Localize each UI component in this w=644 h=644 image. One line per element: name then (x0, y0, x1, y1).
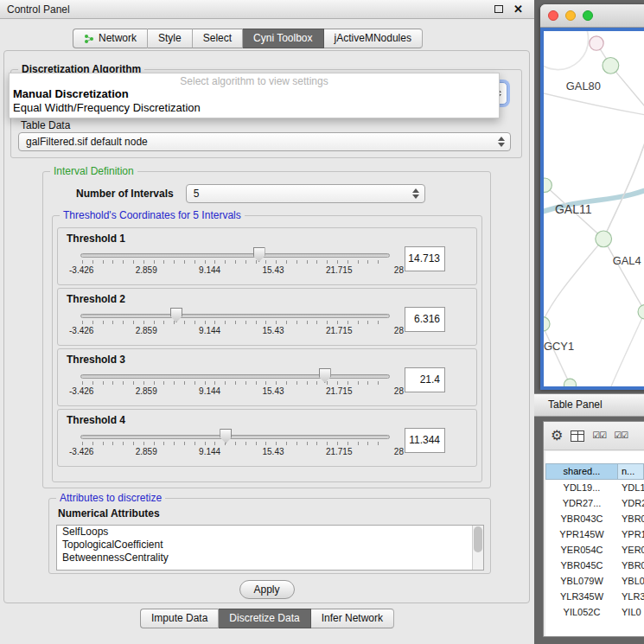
number-of-intervals-select[interactable]: 5 (186, 184, 425, 203)
column-header-name[interactable]: n... (618, 463, 644, 480)
gear-icon[interactable]: ⚙ (551, 429, 563, 443)
scale-label: 2.859 (136, 447, 157, 456)
threshold-3-box: Threshold 3 -3.426 2.859 9.144 1 (57, 348, 477, 406)
slider-ticks (82, 381, 388, 385)
scale-label: 9.144 (199, 386, 220, 396)
table-row[interactable]: YIL052C YIL0 (545, 604, 644, 620)
threshold-1-value-field[interactable]: 14.713 (405, 246, 445, 271)
close-traffic-light-icon[interactable] (548, 10, 558, 21)
tab-label: Discretize Data (229, 609, 299, 628)
table-cell[interactable]: YDR2 (618, 495, 644, 511)
tab-style[interactable]: Style (148, 29, 193, 48)
threshold-1-slider[interactable]: -3.426 2.859 9.144 15.43 21.715 28 (80, 246, 390, 277)
slider-track[interactable] (80, 435, 390, 439)
popup-item-manual-discretization[interactable]: Manual Discretization (10, 87, 499, 101)
network-node[interactable] (590, 36, 603, 50)
table-cell[interactable]: YIL052C (545, 604, 618, 620)
table-cell[interactable]: YDL1 (618, 480, 644, 495)
table-cell[interactable]: YER0 (618, 542, 644, 558)
numerical-attributes-list[interactable]: SelfLoops TopologicalCoefficient Between… (56, 525, 484, 571)
list-scrollbar[interactable] (472, 526, 483, 570)
table-panel-header[interactable]: Table Panel (534, 393, 644, 417)
network-node[interactable] (596, 231, 612, 247)
table-row[interactable]: YDR27... YDR2 (545, 495, 644, 511)
table-data-label: Table Data (21, 119, 70, 131)
tab-discretize-data[interactable]: Discretize Data (219, 609, 310, 628)
table-row[interactable]: YBR045C YBR0 (545, 558, 644, 573)
network-node[interactable] (564, 379, 576, 386)
close-icon[interactable]: ✕ (513, 3, 523, 16)
network-canvas[interactable]: GAL80 GA GAL11 GAL4 GCY1 H HAP2 (544, 31, 644, 386)
table-data-value: galFiltered.sif default node (26, 133, 148, 150)
table-row[interactable]: YDL19... YDL1 (545, 480, 644, 495)
tab-select[interactable]: Select (193, 29, 243, 48)
zoom-traffic-light-icon[interactable] (583, 10, 593, 21)
network-node[interactable] (638, 305, 644, 319)
table-data-select[interactable]: galFiltered.sif default node (18, 132, 511, 151)
list-item[interactable]: TopologicalCoefficient (57, 539, 483, 552)
table-row[interactable]: YER054C YER0 (545, 542, 644, 558)
control-panel-titlebar[interactable]: Control Panel ✕ (0, 0, 534, 19)
tab-cyni-toolbox[interactable]: Cyni Toolbox (243, 29, 323, 48)
tab-network[interactable]: Network (73, 29, 148, 48)
list-item[interactable]: BetweennessCentrality (57, 552, 483, 564)
threshold-4-slider[interactable]: -3.426 2.859 9.144 15.43 21.715 28 (80, 428, 390, 459)
scale-label: 28 (394, 447, 404, 456)
tab-jactivemnodules[interactable]: jActiveMNodules (324, 29, 423, 48)
select-all-icon[interactable]: ☑☑ (614, 431, 628, 440)
tab-impute-data[interactable]: Impute Data (140, 609, 219, 628)
table-cell[interactable]: YPR145W (545, 526, 618, 542)
table-panel-title: Table Panel (548, 399, 603, 411)
table-row[interactable]: YBR043C YBR0 (545, 511, 644, 526)
table-cell[interactable]: YLR345W (545, 589, 618, 604)
table-cell[interactable]: YIL0 (618, 604, 644, 620)
slider-track[interactable] (80, 253, 390, 258)
table-cell[interactable]: YBR045C (545, 558, 618, 573)
table-cell[interactable]: YLR3 (618, 589, 644, 604)
table-cell[interactable]: YDR27... (545, 495, 618, 511)
minimize-traffic-light-icon[interactable] (565, 10, 576, 21)
column-header-shared-name[interactable]: shared... (545, 463, 618, 480)
network-node[interactable] (544, 317, 550, 331)
threshold-3-value-field[interactable]: 21.4 (405, 367, 445, 392)
scale-label: 15.43 (263, 447, 284, 456)
threshold-2-slider[interactable]: -3.426 2.859 9.144 15.43 21.715 28 (80, 307, 390, 338)
scale-label: 15.43 (263, 386, 284, 396)
table-cell[interactable]: YPR1 (618, 526, 644, 542)
table-cell[interactable]: YBR0 (618, 558, 644, 573)
table-cell[interactable]: YBR0 (618, 511, 644, 526)
threshold-2-value-field[interactable]: 6.316 (405, 307, 445, 332)
float-window-icon[interactable] (494, 5, 503, 13)
slider-track[interactable] (80, 314, 390, 318)
scale-label: 9.144 (199, 447, 220, 456)
combo-stepper-icon (497, 137, 505, 147)
network-window-titlebar[interactable] (540, 4, 644, 28)
select-columns-icon[interactable]: ☑☑ (592, 431, 606, 440)
table-cell[interactable]: YBL079W (545, 573, 618, 589)
list-scrollbar-thumb[interactable] (474, 526, 482, 552)
table-cell[interactable]: YDL19... (545, 480, 618, 495)
table-row[interactable]: YPR145W YPR1 (545, 526, 644, 542)
table-cell[interactable]: YBL0 (618, 573, 644, 589)
tab-label: Network (99, 29, 137, 48)
columns-icon[interactable] (571, 430, 584, 442)
table-row[interactable]: YLR345W YLR3 (545, 589, 644, 604)
tab-infer-network[interactable]: Infer Network (311, 609, 394, 628)
slider-scale: -3.426 2.859 9.144 15.43 21.715 28 (69, 265, 404, 275)
slider-track[interactable] (80, 374, 390, 379)
scale-label: -3.426 (69, 326, 93, 335)
scale-label: 15.43 (263, 326, 284, 335)
table-cell[interactable]: YBR043C (545, 511, 618, 526)
scale-label: 21.715 (326, 386, 353, 396)
table-browser-window: ⚙ ☑☑ ☑☑ shared... n... YDL19... YDL1 YDR… (543, 421, 644, 637)
popup-item-equal-width-frequency[interactable]: Equal Width/Frequency Discretization (10, 101, 499, 115)
attributes-to-discretize-group: Attributes to discretize Numerical Attri… (48, 498, 491, 574)
popup-header: Select algorithm to view settings (10, 73, 499, 87)
apply-button[interactable]: Apply (239, 580, 295, 599)
list-item[interactable]: SelfLoops (57, 526, 483, 539)
network-node[interactable] (603, 57, 619, 73)
threshold-4-value-field[interactable]: 11.344 (405, 428, 445, 453)
threshold-3-slider[interactable]: -3.426 2.859 9.144 15.43 21.715 28 (80, 367, 390, 399)
table-row[interactable]: YBL079W YBL0 (545, 573, 644, 589)
table-cell[interactable]: YER054C (545, 542, 618, 558)
